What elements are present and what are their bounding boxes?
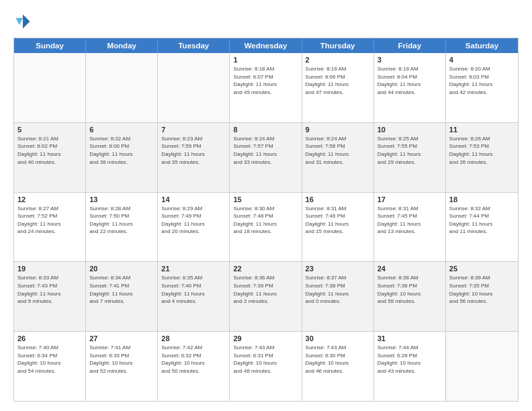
day-info: Sunrise: 8:18 AM Sunset: 8:07 PM Dayligh… xyxy=(233,65,298,96)
day-number: 21 xyxy=(161,265,226,273)
day-number: 8 xyxy=(233,126,298,134)
day-info: Sunrise: 8:32 AM Sunset: 7:44 PM Dayligh… xyxy=(449,205,515,236)
day-info: Sunrise: 8:23 AM Sunset: 7:59 PM Dayligh… xyxy=(161,135,226,166)
calendar-body: 1Sunrise: 8:18 AM Sunset: 8:07 PM Daylig… xyxy=(14,53,518,401)
day-number: 29 xyxy=(233,334,298,342)
calendar-header-cell: Monday xyxy=(86,38,158,53)
calendar-cell: 4Sunrise: 8:20 AM Sunset: 8:03 PM Daylig… xyxy=(446,53,518,122)
day-number: 19 xyxy=(17,265,82,273)
day-number: 2 xyxy=(306,56,370,64)
day-number: 6 xyxy=(89,126,154,134)
day-info: Sunrise: 8:19 AM Sunset: 8:06 PM Dayligh… xyxy=(306,65,370,96)
day-info: Sunrise: 8:20 AM Sunset: 8:03 PM Dayligh… xyxy=(449,65,515,96)
day-number: 4 xyxy=(449,56,515,64)
calendar-cell: 24Sunrise: 8:38 AM Sunset: 7:36 PM Dayli… xyxy=(374,262,446,331)
calendar-cell: 15Sunrise: 8:30 AM Sunset: 7:48 PM Dayli… xyxy=(230,193,302,262)
day-number: 12 xyxy=(17,195,82,203)
day-number: 13 xyxy=(89,195,154,203)
calendar-cell: 28Sunrise: 7:42 AM Sunset: 6:32 PM Dayli… xyxy=(158,332,230,401)
day-number: 1 xyxy=(233,56,298,64)
day-number: 10 xyxy=(378,126,442,134)
day-info: Sunrise: 8:30 AM Sunset: 7:48 PM Dayligh… xyxy=(233,205,298,236)
day-info: Sunrise: 8:33 AM Sunset: 7:43 PM Dayligh… xyxy=(17,274,82,305)
day-info: Sunrise: 8:39 AM Sunset: 7:35 PM Dayligh… xyxy=(449,274,515,305)
header xyxy=(13,12,519,31)
calendar-header-cell: Saturday xyxy=(446,38,518,53)
calendar-cell: 14Sunrise: 8:29 AM Sunset: 7:49 PM Dayli… xyxy=(158,193,230,262)
day-info: Sunrise: 8:38 AM Sunset: 7:36 PM Dayligh… xyxy=(378,274,442,305)
calendar-cell: 19Sunrise: 8:33 AM Sunset: 7:43 PM Dayli… xyxy=(14,262,86,331)
day-info: Sunrise: 8:26 AM Sunset: 7:53 PM Dayligh… xyxy=(449,135,515,166)
calendar-cell: 5Sunrise: 8:21 AM Sunset: 8:02 PM Daylig… xyxy=(14,123,86,192)
calendar-cell xyxy=(86,53,158,122)
day-info: Sunrise: 8:19 AM Sunset: 8:04 PM Dayligh… xyxy=(378,65,442,96)
day-number: 25 xyxy=(449,265,515,273)
day-number: 5 xyxy=(17,126,82,134)
day-number: 9 xyxy=(306,126,370,134)
calendar-header: SundayMondayTuesdayWednesdayThursdayFrid… xyxy=(14,38,518,53)
day-info: Sunrise: 8:31 AM Sunset: 7:46 PM Dayligh… xyxy=(306,205,370,236)
day-number: 23 xyxy=(306,265,370,273)
calendar-row: 5Sunrise: 8:21 AM Sunset: 8:02 PM Daylig… xyxy=(14,122,518,192)
calendar-cell xyxy=(14,53,86,122)
calendar-cell: 3Sunrise: 8:19 AM Sunset: 8:04 PM Daylig… xyxy=(374,53,446,122)
day-info: Sunrise: 8:35 AM Sunset: 7:40 PM Dayligh… xyxy=(161,274,226,305)
day-number: 15 xyxy=(233,195,298,203)
calendar-header-cell: Friday xyxy=(374,38,446,53)
day-info: Sunrise: 8:36 AM Sunset: 7:39 PM Dayligh… xyxy=(233,274,298,305)
calendar-cell xyxy=(446,332,518,401)
day-number: 28 xyxy=(161,334,226,342)
day-info: Sunrise: 7:43 AM Sunset: 6:31 PM Dayligh… xyxy=(233,344,298,375)
calendar-cell: 1Sunrise: 8:18 AM Sunset: 8:07 PM Daylig… xyxy=(230,53,302,122)
calendar-cell: 8Sunrise: 8:24 AM Sunset: 7:57 PM Daylig… xyxy=(230,123,302,192)
day-number: 14 xyxy=(161,195,226,203)
day-number: 24 xyxy=(378,265,442,273)
calendar-row: 12Sunrise: 8:27 AM Sunset: 7:52 PM Dayli… xyxy=(14,192,518,262)
calendar-header-cell: Tuesday xyxy=(158,38,230,53)
calendar-cell: 23Sunrise: 8:37 AM Sunset: 7:38 PM Dayli… xyxy=(302,262,374,331)
calendar-header-cell: Sunday xyxy=(14,38,86,53)
day-number: 3 xyxy=(378,56,442,64)
calendar-cell: 10Sunrise: 8:25 AM Sunset: 7:55 PM Dayli… xyxy=(374,123,446,192)
day-number: 7 xyxy=(161,126,226,134)
calendar-cell: 31Sunrise: 7:44 AM Sunset: 6:28 PM Dayli… xyxy=(374,332,446,401)
calendar-row: 1Sunrise: 8:18 AM Sunset: 8:07 PM Daylig… xyxy=(14,53,518,122)
day-number: 20 xyxy=(89,265,154,273)
calendar-cell: 29Sunrise: 7:43 AM Sunset: 6:31 PM Dayli… xyxy=(230,332,302,401)
day-number: 18 xyxy=(449,195,515,203)
day-number: 22 xyxy=(233,265,298,273)
calendar-cell: 26Sunrise: 7:40 AM Sunset: 6:34 PM Dayli… xyxy=(14,332,86,401)
calendar-cell: 20Sunrise: 8:34 AM Sunset: 7:41 PM Dayli… xyxy=(86,262,158,331)
day-info: Sunrise: 8:34 AM Sunset: 7:41 PM Dayligh… xyxy=(89,274,154,305)
day-info: Sunrise: 7:42 AM Sunset: 6:32 PM Dayligh… xyxy=(161,344,226,375)
day-info: Sunrise: 8:31 AM Sunset: 7:45 PM Dayligh… xyxy=(378,205,442,236)
calendar-cell: 9Sunrise: 8:24 AM Sunset: 7:56 PM Daylig… xyxy=(302,123,374,192)
day-info: Sunrise: 8:24 AM Sunset: 7:57 PM Dayligh… xyxy=(233,135,298,166)
logo-icon xyxy=(13,12,32,31)
calendar-cell: 7Sunrise: 8:23 AM Sunset: 7:59 PM Daylig… xyxy=(158,123,230,192)
day-info: Sunrise: 7:44 AM Sunset: 6:28 PM Dayligh… xyxy=(378,344,442,375)
calendar-cell: 25Sunrise: 8:39 AM Sunset: 7:35 PM Dayli… xyxy=(446,262,518,331)
page: SundayMondayTuesdayWednesdayThursdayFrid… xyxy=(0,0,532,411)
calendar-cell: 16Sunrise: 8:31 AM Sunset: 7:46 PM Dayli… xyxy=(302,193,374,262)
calendar-cell: 21Sunrise: 8:35 AM Sunset: 7:40 PM Dayli… xyxy=(158,262,230,331)
day-info: Sunrise: 8:29 AM Sunset: 7:49 PM Dayligh… xyxy=(161,205,226,236)
day-info: Sunrise: 7:41 AM Sunset: 6:33 PM Dayligh… xyxy=(89,344,154,375)
svg-marker-0 xyxy=(23,15,30,29)
calendar-cell: 17Sunrise: 8:31 AM Sunset: 7:45 PM Dayli… xyxy=(374,193,446,262)
calendar-cell: 12Sunrise: 8:27 AM Sunset: 7:52 PM Dayli… xyxy=(14,193,86,262)
day-info: Sunrise: 8:24 AM Sunset: 7:56 PM Dayligh… xyxy=(306,135,370,166)
day-info: Sunrise: 8:25 AM Sunset: 7:55 PM Dayligh… xyxy=(378,135,442,166)
calendar-cell: 18Sunrise: 8:32 AM Sunset: 7:44 PM Dayli… xyxy=(446,193,518,262)
calendar-cell: 22Sunrise: 8:36 AM Sunset: 7:39 PM Dayli… xyxy=(230,262,302,331)
calendar-cell: 11Sunrise: 8:26 AM Sunset: 7:53 PM Dayli… xyxy=(446,123,518,192)
day-number: 16 xyxy=(306,195,370,203)
calendar-header-cell: Thursday xyxy=(302,38,374,53)
calendar-cell xyxy=(158,53,230,122)
day-number: 11 xyxy=(449,126,515,134)
calendar-row: 26Sunrise: 7:40 AM Sunset: 6:34 PM Dayli… xyxy=(14,331,518,401)
day-number: 17 xyxy=(378,195,442,203)
calendar-header-cell: Wednesday xyxy=(230,38,302,53)
day-info: Sunrise: 8:21 AM Sunset: 8:02 PM Dayligh… xyxy=(17,135,82,166)
calendar-cell: 27Sunrise: 7:41 AM Sunset: 6:33 PM Dayli… xyxy=(86,332,158,401)
